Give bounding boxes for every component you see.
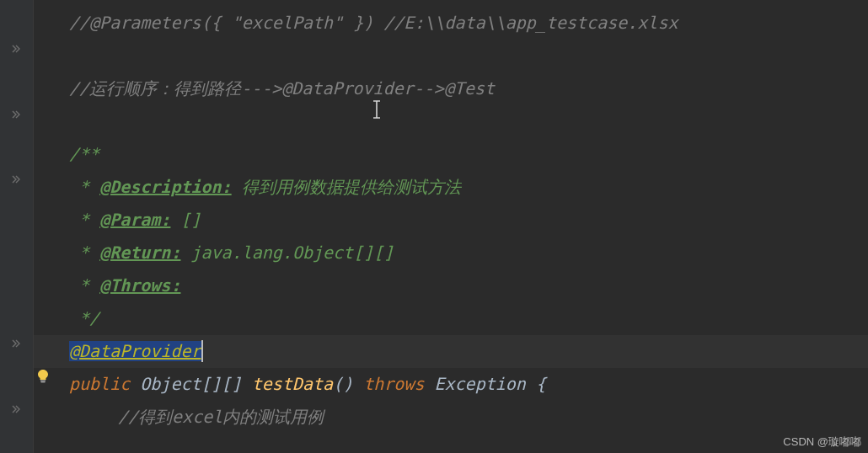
code-line[interactable]: /** bbox=[34, 138, 868, 171]
javadoc-tag: @Throws: bbox=[99, 275, 180, 296]
javadoc-desc: [] bbox=[170, 210, 201, 230]
javadoc-tag: @Param: bbox=[99, 210, 170, 230]
watermark: CSDN @璇嘟嘟 bbox=[783, 434, 861, 450]
code-line[interactable]: * @Return: java.lang.Object[][] bbox=[34, 237, 868, 269]
annotation-text: DataProvider bbox=[79, 341, 201, 361]
comment-text: //@Parameters({ "excelPath" }) //E:\\dat… bbox=[69, 13, 678, 33]
javadoc-desc: java.lang.Object[][] bbox=[180, 242, 394, 263]
method-name: testData bbox=[252, 374, 333, 394]
fold-open-icon[interactable] bbox=[10, 173, 22, 184]
text-cursor bbox=[201, 340, 203, 362]
javadoc-tag: @Description: bbox=[99, 177, 232, 197]
code-editor[interactable]: //@Parameters({ "excelPath" }) //E:\\dat… bbox=[0, 0, 868, 453]
fold-close-icon[interactable] bbox=[10, 337, 22, 349]
code-line[interactable]: public Object[][] testData() throws Exce… bbox=[34, 368, 868, 401]
code-line[interactable]: * @Description: 得到用例数据提供给测试方法 bbox=[34, 171, 868, 204]
fold-close-icon[interactable] bbox=[10, 108, 22, 120]
code-line[interactable]: //运行顺序：得到路径--->@DataProvider-->@Test bbox=[34, 72, 868, 105]
code-line[interactable]: //得到excel内的测试用例 bbox=[34, 401, 868, 434]
javadoc-tag: @Return: bbox=[99, 242, 180, 263]
keyword: throws bbox=[363, 374, 424, 394]
code-line[interactable]: //@Parameters({ "excelPath" }) //E:\\dat… bbox=[34, 7, 868, 40]
gutter bbox=[0, 0, 34, 453]
code-line[interactable] bbox=[34, 105, 868, 138]
javadoc-desc: 得到用例数据提供给测试方法 bbox=[232, 177, 461, 197]
code-line-current[interactable]: @DataProvider bbox=[34, 335, 868, 368]
javadoc-close: */ bbox=[69, 308, 99, 328]
code-line[interactable]: */ bbox=[34, 302, 868, 335]
comment-text: //运行顺序：得到路径--->@DataProvider-->@Test bbox=[69, 78, 495, 99]
fold-open-icon[interactable] bbox=[10, 42, 22, 54]
code-line[interactable]: * @Param: [] bbox=[34, 204, 868, 237]
code-content[interactable]: //@Parameters({ "excelPath" }) //E:\\dat… bbox=[34, 0, 868, 453]
fold-open-icon[interactable] bbox=[10, 402, 22, 414]
comment-text: //得到excel内的测试用例 bbox=[118, 407, 324, 427]
keyword: public bbox=[69, 374, 130, 394]
code-line[interactable]: * @Throws: bbox=[34, 269, 868, 302]
code-line[interactable] bbox=[34, 40, 868, 72]
javadoc-open: /** bbox=[69, 144, 99, 164]
